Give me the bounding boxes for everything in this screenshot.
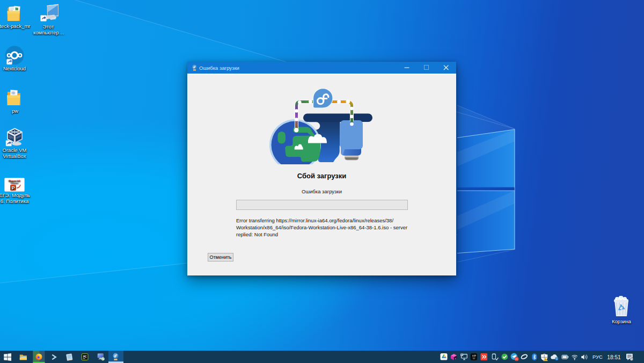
svg-text:P: P <box>11 185 14 191</box>
svg-text:PC: PC <box>83 355 87 358</box>
svg-text:Политика: Политика <box>11 182 18 184</box>
svg-text:РУС: РУС <box>592 354 603 360</box>
svg-text:45: 45 <box>515 358 518 360</box>
svg-text:18:51: 18:51 <box>607 354 621 360</box>
